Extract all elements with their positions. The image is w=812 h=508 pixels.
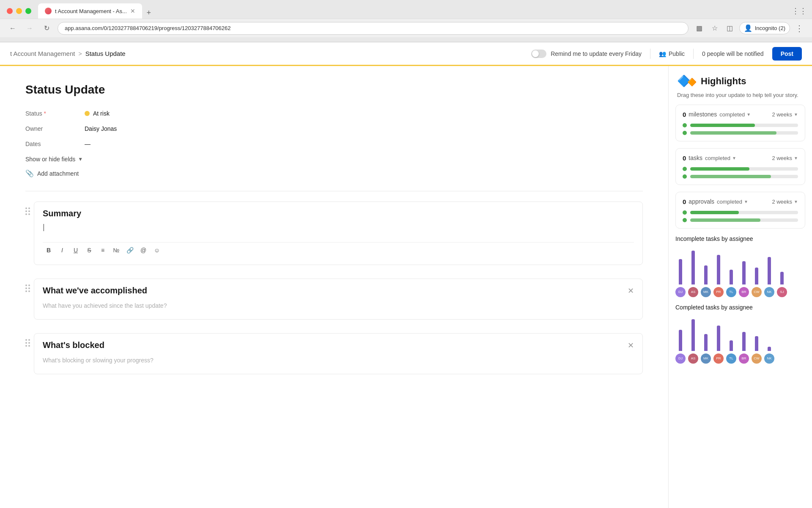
- italic-button[interactable]: I: [56, 244, 68, 256]
- approvals-progress-bars: [683, 210, 798, 222]
- blocked-close-button[interactable]: ✕: [628, 341, 634, 350]
- tasks-completed[interactable]: completed ▼: [705, 155, 736, 161]
- accomplished-content[interactable]: What we've accomplished ✕ What have you …: [34, 279, 643, 320]
- accomplished-close-button[interactable]: ✕: [628, 286, 634, 295]
- blocked-drag-handle[interactable]: [25, 337, 34, 347]
- chart-col-7: CW: [752, 268, 762, 297]
- underline-button[interactable]: U: [70, 244, 82, 256]
- chart-col-1: DJ: [675, 259, 686, 297]
- chart-bar-5: [730, 270, 733, 284]
- comp-chart-avatar-5: TL: [726, 353, 736, 364]
- breadcrumb-parent[interactable]: t Account Management: [10, 50, 75, 57]
- new-tab-button[interactable]: +: [143, 7, 155, 19]
- approvals-weeks[interactable]: 2 weeks ▼: [772, 199, 798, 205]
- approvals-fill-1: [690, 211, 739, 214]
- comp-chart-col-8: NK: [764, 347, 774, 364]
- right-panel: 🔷🔶 Highlights Drag these into your updat…: [668, 66, 812, 508]
- show-hide-fields[interactable]: Show or hide fields ▼: [25, 156, 643, 163]
- url-bar[interactable]: app.asana.com/0/1203277884706219/progres…: [58, 22, 689, 35]
- comp-chart-col-2: AS: [688, 319, 698, 364]
- reminder-toggle[interactable]: Remind me to update every Friday: [531, 50, 642, 58]
- approvals-fill-2: [690, 218, 760, 222]
- approvals-type: approvals: [689, 198, 714, 205]
- tab-title: t Account Management - As...: [55, 8, 127, 14]
- browser-dot-maximize[interactable]: [25, 8, 31, 14]
- owner-value[interactable]: Daisy Jonas: [85, 125, 117, 132]
- accomplished-placeholder[interactable]: What have you achieved since the last up…: [43, 299, 634, 312]
- more-menu-icon[interactable]: ⋮: [793, 22, 805, 34]
- blocked-placeholder[interactable]: What's blocking or slowing your progress…: [43, 353, 634, 367]
- incomplete-tasks-chart: DJ AS MK PR: [675, 247, 805, 301]
- strikethrough-button[interactable]: S: [83, 244, 95, 256]
- tasks-track-2: [690, 175, 798, 178]
- ordered-list-button[interactable]: №: [110, 244, 122, 256]
- forward-button[interactable]: →: [24, 22, 36, 34]
- add-attachment[interactable]: 📎 Add attachment: [25, 169, 643, 177]
- tasks-bar-1: [683, 167, 798, 171]
- dates-field-row: Dates —: [25, 141, 643, 147]
- comp-chart-bar-8: [768, 347, 771, 351]
- extension-icon[interactable]: ⋮⋮: [793, 5, 805, 17]
- post-button[interactable]: Post: [772, 47, 802, 61]
- browser-title-bar: t Account Management - As... ✕ + ⋮⋮: [0, 0, 812, 19]
- bold-button[interactable]: B: [43, 244, 55, 256]
- reminder-switch[interactable]: [531, 50, 546, 58]
- comp-chart-avatar-3: MK: [701, 353, 711, 364]
- sidebar-icon[interactable]: ◫: [724, 22, 736, 34]
- blocked-content[interactable]: What's blocked ✕ What's blocking or slow…: [34, 333, 643, 374]
- link-button[interactable]: 🔗: [124, 244, 136, 256]
- approvals-card: 0 approvals completed ▼ 2 weeks ▼: [675, 192, 805, 229]
- browser-dot-minimize[interactable]: [16, 8, 22, 14]
- unordered-list-button[interactable]: ≡: [97, 244, 109, 256]
- blocked-title: What's blocked: [43, 340, 104, 350]
- milestones-progress-bars: [683, 123, 798, 135]
- tasks-dot-1: [683, 167, 687, 171]
- visibility-button[interactable]: 👥 Public: [659, 50, 685, 57]
- nav-divider-2: [693, 49, 694, 59]
- approvals-count: 0: [683, 198, 686, 205]
- comp-chart-avatar-4: PR: [713, 353, 724, 364]
- milestones-track-2: [690, 131, 798, 135]
- highlights-subtitle: Drag these into your update to help tell…: [677, 91, 804, 99]
- browser-dot-close[interactable]: [7, 8, 13, 14]
- dates-value[interactable]: —: [85, 141, 91, 147]
- tab-close-button[interactable]: ✕: [130, 8, 135, 14]
- approvals-completed[interactable]: completed ▼: [717, 199, 748, 205]
- chart-avatar-6: BR: [739, 287, 749, 297]
- back-button[interactable]: ←: [7, 22, 19, 34]
- refresh-button[interactable]: ↻: [41, 22, 52, 34]
- summary-section: Summary | B I U S ≡ № 🔗 @ ☺: [25, 202, 643, 265]
- summary-content[interactable]: Summary | B I U S ≡ № 🔗 @ ☺: [34, 202, 643, 265]
- chart-avatar-4: PR: [713, 287, 724, 297]
- milestones-type: milestones: [689, 111, 717, 118]
- chart-bar-9: [780, 272, 784, 284]
- chart-avatar-5: TL: [726, 287, 736, 297]
- summary-toolbar: B I U S ≡ № 🔗 @ ☺: [43, 242, 634, 258]
- milestones-completed[interactable]: completed ▼: [719, 111, 751, 118]
- profile-button[interactable]: 👤 Incognito (2): [739, 22, 790, 34]
- emoji-button[interactable]: ☺: [151, 244, 163, 256]
- milestones-bar-1: [683, 123, 798, 127]
- milestones-card-header: 0 milestones completed ▼ 2 weeks ▼: [683, 111, 798, 118]
- chart-col-2: AS: [688, 251, 698, 297]
- show-hide-chevron-icon: ▼: [78, 156, 83, 162]
- milestones-track-1: [690, 124, 798, 127]
- summary-title: Summary: [43, 209, 81, 218]
- summary-drag-handle[interactable]: [25, 205, 34, 215]
- milestones-completed-chevron-icon: ▼: [746, 112, 751, 117]
- cast-icon[interactable]: ▩: [694, 22, 705, 34]
- accomplished-drag-handle[interactable]: [25, 282, 34, 292]
- status-text[interactable]: At risk: [93, 110, 110, 117]
- mention-button[interactable]: @: [137, 244, 149, 256]
- highlights-title-row: 🔷🔶 Highlights: [677, 75, 804, 88]
- highlights-header: 🔷🔶 Highlights Drag these into your updat…: [669, 66, 812, 105]
- browser-tab-active[interactable]: t Account Management - As... ✕: [38, 3, 142, 19]
- browser-chrome: t Account Management - As... ✕ + ⋮⋮ ← → …: [0, 0, 812, 42]
- comp-chart-avatar-6: BR: [739, 353, 749, 364]
- approvals-completed-chevron-icon: ▼: [744, 199, 748, 204]
- milestones-count: 0: [683, 111, 686, 118]
- milestones-card-left: 0 milestones completed ▼: [683, 111, 751, 118]
- bookmark-icon[interactable]: ☆: [709, 22, 721, 34]
- milestones-weeks[interactable]: 2 weeks ▼: [772, 111, 798, 118]
- tasks-weeks[interactable]: 2 weeks ▼: [772, 155, 798, 161]
